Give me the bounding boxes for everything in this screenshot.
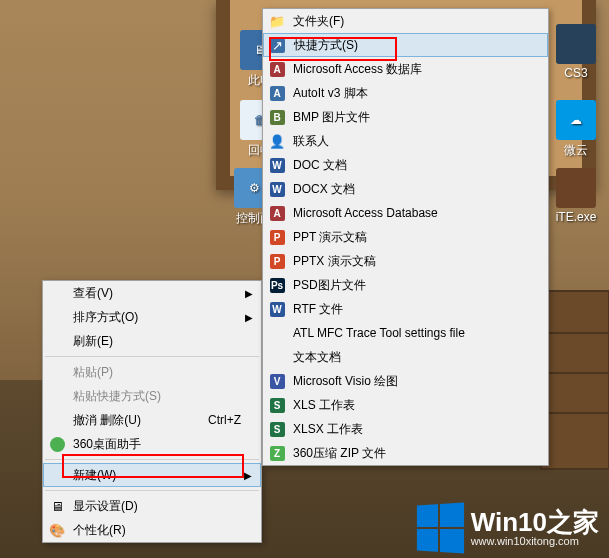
- submenu-arrow-icon: ▶: [245, 312, 253, 323]
- W-icon: W: [269, 157, 285, 173]
- menu-item-label: DOC 文档: [293, 157, 347, 174]
- new-menu-item[interactable]: SXLSX 工作表: [263, 417, 548, 441]
- context-menu-item[interactable]: 查看(V)▶: [43, 281, 261, 305]
- menu-separator: [45, 459, 259, 460]
- menu-item-label: Microsoft Visio 绘图: [293, 373, 398, 390]
- shelf: [540, 290, 609, 470]
- context-menu-item[interactable]: 刷新(E): [43, 329, 261, 353]
- 👤-icon: 👤: [269, 133, 285, 149]
- new-menu-item[interactable]: WRTF 文件: [263, 297, 548, 321]
- V-icon: V: [269, 373, 285, 389]
- personalize-icon: 🎨: [49, 522, 65, 538]
- new-menu-item[interactable]: WDOC 文档: [263, 153, 548, 177]
- context-menu-item: 粘贴(P): [43, 360, 261, 384]
- menu-item-label: PPT 演示文稿: [293, 229, 367, 246]
- S-icon: S: [269, 397, 285, 413]
- context-menu-item[interactable]: 新建(W)▶: [43, 463, 261, 487]
- menu-item-label: DOCX 文档: [293, 181, 355, 198]
- desktop-icon-ite[interactable]: iTE.exe: [552, 168, 600, 224]
- B-icon: B: [269, 109, 285, 125]
- new-menu-item[interactable]: WDOCX 文档: [263, 177, 548, 201]
- menu-item-label: 粘贴(P): [73, 364, 113, 381]
- submenu-arrow-icon: ▶: [244, 470, 252, 481]
- shortcut-icon: ↗: [270, 38, 285, 53]
- menu-item-label: 360压缩 ZIP 文件: [293, 445, 386, 462]
- Z-icon: Z: [269, 445, 285, 461]
- context-menu-item[interactable]: 排序方式(O)▶: [43, 305, 261, 329]
- new-menu-item[interactable]: SXLS 工作表: [263, 393, 548, 417]
- menu-item-label: 个性化(R): [73, 522, 126, 539]
- new-menu-item[interactable]: PPPTX 演示文稿: [263, 249, 548, 273]
- new-menu-item[interactable]: Z360压缩 ZIP 文件: [263, 441, 548, 465]
- watermark: Win10之家 www.win10xitong.com: [415, 504, 599, 552]
- new-menu-item[interactable]: AMicrosoft Access Database: [263, 201, 548, 225]
- new-menu-item[interactable]: VMicrosoft Visio 绘图: [263, 369, 548, 393]
- menu-item-label: 快捷方式(S): [294, 37, 358, 54]
- menu-item-label: 联系人: [293, 133, 329, 150]
- display-icon: 🖥: [49, 498, 65, 514]
- new-menu-item[interactable]: PPPT 演示文稿: [263, 225, 548, 249]
- menu-item-label: XLSX 工作表: [293, 421, 363, 438]
- new-menu-item[interactable]: AMicrosoft Access 数据库: [263, 57, 548, 81]
- desktop-icon-cloud[interactable]: ☁微云: [552, 100, 600, 159]
- menu-item-label: Microsoft Access Database: [293, 206, 438, 220]
- menu-item-label: PSD图片文件: [293, 277, 366, 294]
- P-icon: P: [269, 253, 285, 269]
- menu-item-label: 排序方式(O): [73, 309, 138, 326]
- menu-item-label: 360桌面助手: [73, 436, 141, 453]
- desktop-icon-cs3[interactable]: CS3: [552, 24, 600, 80]
- new-menu-item[interactable]: AAutoIt v3 脚本: [263, 81, 548, 105]
- menu-separator: [45, 490, 259, 491]
- context-menu-item[interactable]: 撤消 删除(U)Ctrl+Z: [43, 408, 261, 432]
- A-icon: A: [269, 85, 285, 101]
- icon-label: 微云: [552, 142, 600, 159]
- menu-item-label: 刷新(E): [73, 333, 113, 350]
- folder-icon: 📁: [269, 13, 285, 29]
- S-icon: S: [269, 421, 285, 437]
- menu-item-label: BMP 图片文件: [293, 109, 370, 126]
- context-menu-item: 粘贴快捷方式(S): [43, 384, 261, 408]
- desktop-context-menu: 查看(V)▶排序方式(O)▶刷新(E)粘贴(P)粘贴快捷方式(S)撤消 删除(U…: [42, 280, 262, 543]
- A-icon: A: [269, 205, 285, 221]
- new-menu-item[interactable]: 文本文档: [263, 345, 548, 369]
- icon-label: iTE.exe: [552, 210, 600, 224]
- menu-item-label: Microsoft Access 数据库: [293, 61, 422, 78]
- menu-item-label: 粘贴快捷方式(S): [73, 388, 161, 405]
- watermark-url: www.win10xitong.com: [471, 535, 599, 547]
- 360-icon: [49, 436, 65, 452]
- windows-logo-icon: [417, 502, 464, 553]
- new-submenu: 📁文件夹(F)↗快捷方式(S)AMicrosoft Access 数据库AAut…: [262, 8, 549, 466]
- Ps-icon: Ps: [269, 277, 285, 293]
- menu-item-label: 显示设置(D): [73, 498, 138, 515]
- menu-item-label: 撤消 删除(U): [73, 412, 141, 429]
- menu-item-label: 查看(V): [73, 285, 113, 302]
- menu-item-label: 新建(W): [73, 467, 116, 484]
- W-icon: W: [269, 181, 285, 197]
- context-menu-item[interactable]: 🎨个性化(R): [43, 518, 261, 542]
- menu-item-label: AutoIt v3 脚本: [293, 85, 368, 102]
- submenu-arrow-icon: ▶: [245, 288, 253, 299]
- menu-item-label: XLS 工作表: [293, 397, 355, 414]
- menu-item-label: 文本文档: [293, 349, 341, 366]
- new-menu-item[interactable]: 👤联系人: [263, 129, 548, 153]
- menu-item-label: 文件夹(F): [293, 13, 344, 30]
- menu-item-label: RTF 文件: [293, 301, 343, 318]
- W-icon: W: [269, 301, 285, 317]
- new-menu-item[interactable]: ↗快捷方式(S): [263, 33, 548, 57]
- menu-item-label: PPTX 演示文稿: [293, 253, 376, 270]
- new-menu-item[interactable]: PsPSD图片文件: [263, 273, 548, 297]
- new-menu-item[interactable]: BBMP 图片文件: [263, 105, 548, 129]
- A-icon: A: [269, 61, 285, 77]
- P-icon: P: [269, 229, 285, 245]
- context-menu-item[interactable]: 360桌面助手: [43, 432, 261, 456]
- context-menu-item[interactable]: 🖥显示设置(D): [43, 494, 261, 518]
- new-menu-item[interactable]: ATL MFC Trace Tool settings file: [263, 321, 548, 345]
- watermark-title: Win10之家: [471, 509, 599, 535]
- icon-label: CS3: [552, 66, 600, 80]
- menu-shortcut: Ctrl+Z: [208, 413, 241, 427]
- new-menu-item[interactable]: 📁文件夹(F): [263, 9, 548, 33]
- menu-item-label: ATL MFC Trace Tool settings file: [293, 326, 465, 340]
- menu-separator: [45, 356, 259, 357]
